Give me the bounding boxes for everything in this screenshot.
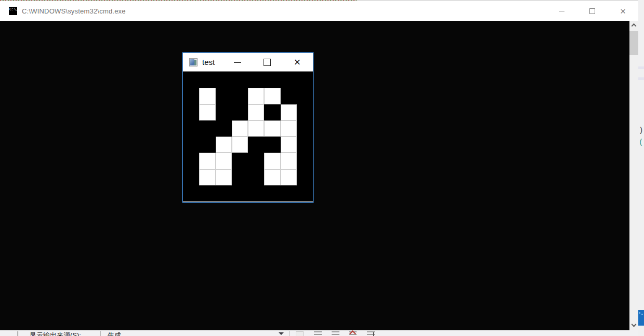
cmd-title: C:\WINDOWS\system32\cmd.exe xyxy=(22,7,126,15)
image-cell xyxy=(199,72,215,88)
code-fragment: ) xyxy=(639,126,643,135)
image-cell xyxy=(264,120,280,137)
cmd-caption-buttons: × xyxy=(546,1,638,21)
image-cell xyxy=(297,120,313,137)
image-cell xyxy=(297,72,313,88)
vs-blue-patch xyxy=(638,310,644,326)
close-icon: × xyxy=(294,57,301,68)
scroll-up-button[interactable] xyxy=(629,21,638,30)
image-cell xyxy=(264,72,280,88)
image-cell xyxy=(232,72,248,88)
cmd-icon: C:\_ xyxy=(9,7,17,15)
output-source-label: 显示输出来源(S): xyxy=(30,331,81,336)
image-cell xyxy=(183,120,199,137)
image-cell xyxy=(183,104,199,120)
image-cell xyxy=(281,169,297,185)
minimize-icon xyxy=(559,11,564,11)
divider xyxy=(290,331,290,336)
image-cell xyxy=(183,72,199,88)
maximize-icon xyxy=(589,8,595,14)
maximize-icon xyxy=(264,59,271,66)
pane-splitter[interactable] xyxy=(19,331,19,336)
image-cell xyxy=(297,88,313,104)
image-cell xyxy=(281,104,297,120)
scrollbar-thumb[interactable] xyxy=(629,31,638,55)
image-cell xyxy=(264,153,280,169)
image-cell xyxy=(264,104,280,120)
image-cell xyxy=(232,88,248,104)
divider xyxy=(100,331,101,336)
image-cell xyxy=(248,153,264,169)
chevron-up-icon xyxy=(632,23,637,29)
image-cell xyxy=(281,153,297,169)
image-cell xyxy=(248,88,264,104)
output-source-combobox[interactable]: 生成 xyxy=(108,331,121,336)
image-cell xyxy=(232,169,248,185)
code-fragment: ( xyxy=(639,138,643,146)
image-cell xyxy=(264,137,280,153)
cmd-maximize-button[interactable] xyxy=(577,1,608,21)
cmd-window: C:\_ C:\WINDOWS\system32\cmd.exe × xyxy=(0,1,638,330)
image-cell xyxy=(216,169,232,185)
image-cell xyxy=(281,137,297,153)
cmd-minimize-button[interactable] xyxy=(546,1,577,21)
image-cell xyxy=(199,185,215,201)
image-cell xyxy=(199,169,215,185)
image-cell xyxy=(216,137,232,153)
opencv-test-window: test × xyxy=(182,52,313,203)
toolbar-lines-icon[interactable] xyxy=(332,331,339,336)
image-cell xyxy=(297,137,313,153)
image-cell xyxy=(183,153,199,169)
image-cell xyxy=(297,185,313,201)
image-cell xyxy=(281,72,297,88)
cmd-close-button[interactable]: × xyxy=(608,1,638,21)
image-cell xyxy=(216,72,232,88)
editor-highlight-line xyxy=(638,77,644,80)
image-cell xyxy=(232,120,248,137)
image-cell xyxy=(297,169,313,185)
screenshot-root: C:\_ C:\WINDOWS\system32\cmd.exe × test … xyxy=(0,0,644,336)
minimize-icon xyxy=(234,62,241,63)
image-cell xyxy=(216,120,232,137)
image-cell xyxy=(183,169,199,185)
image-cell xyxy=(281,185,297,201)
dropdown-arrow-icon[interactable] xyxy=(279,332,284,335)
image-cell xyxy=(264,169,280,185)
image-cell xyxy=(183,137,199,153)
image-cell xyxy=(216,185,232,201)
image-cell xyxy=(264,185,280,201)
image-cell xyxy=(199,104,215,120)
image-cell xyxy=(199,153,215,169)
vs-editor-sliver: ) ( xyxy=(638,0,644,336)
image-cell xyxy=(248,120,264,137)
image-cell xyxy=(232,137,248,153)
image-cell xyxy=(248,185,264,201)
image-cell xyxy=(297,153,313,169)
cmd-titlebar[interactable]: C:\_ C:\WINDOWS\system32\cmd.exe × xyxy=(0,1,638,21)
toolbar-lines-icon[interactable] xyxy=(314,331,322,336)
image-cell xyxy=(248,137,264,153)
image-cell xyxy=(232,104,248,120)
test-image-canvas xyxy=(183,72,313,201)
image-cell xyxy=(248,104,264,120)
cmd-scrollbar[interactable] xyxy=(629,21,638,330)
image-cell xyxy=(264,88,280,104)
test-maximize-button[interactable] xyxy=(262,53,272,72)
toolbar-disabled-icon[interactable] xyxy=(296,331,304,336)
pane-splitter[interactable] xyxy=(17,331,18,336)
vs-output-pane-edge: 显示输出来源(S): 生成 xyxy=(0,330,638,336)
toolbar-word-wrap-icon[interactable] xyxy=(367,331,375,336)
toolbar-clear-icon[interactable] xyxy=(349,331,357,336)
cmd-output-area[interactable] xyxy=(0,21,638,330)
test-minimize-button[interactable] xyxy=(233,53,242,72)
editor-highlight-line xyxy=(638,66,644,69)
test-window-title: test xyxy=(202,58,215,66)
image-cell xyxy=(216,104,232,120)
test-window-titlebar[interactable]: test × xyxy=(183,53,313,72)
image-cell xyxy=(199,137,215,153)
scroll-down-button[interactable] xyxy=(629,321,638,330)
image-cell xyxy=(216,88,232,104)
test-close-button[interactable]: × xyxy=(291,53,304,72)
image-cell xyxy=(248,72,264,88)
chevron-down-icon xyxy=(632,322,637,327)
